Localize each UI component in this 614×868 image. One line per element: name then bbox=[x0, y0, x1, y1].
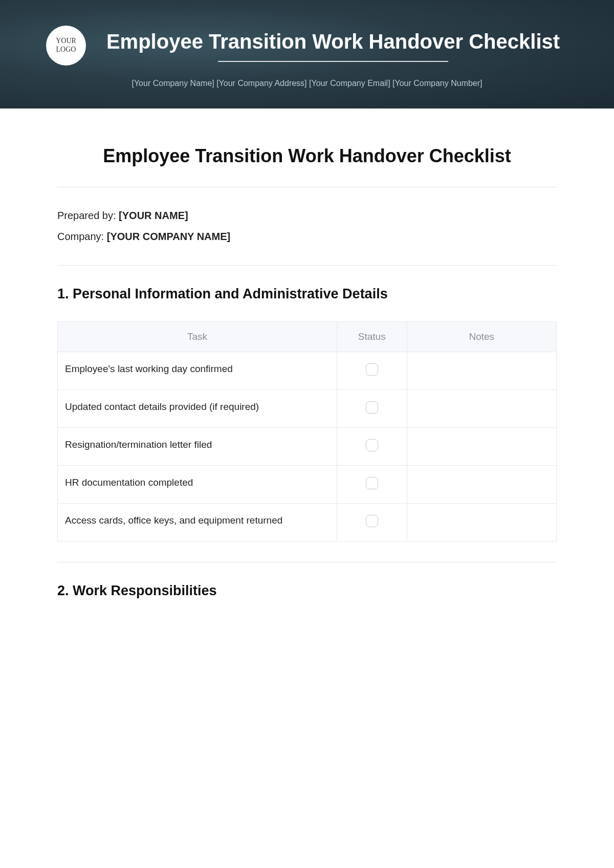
logo-text-line2: LOGO bbox=[56, 46, 76, 54]
notes-cell[interactable] bbox=[407, 427, 557, 465]
prepared-by-label: Prepared by: bbox=[57, 210, 119, 221]
table-row: Employee's last working day confirmed bbox=[58, 352, 557, 389]
status-cell bbox=[337, 352, 407, 389]
notes-cell[interactable] bbox=[407, 503, 557, 541]
company-label: Company: bbox=[57, 231, 107, 242]
table-row: Updated contact details provided (if req… bbox=[58, 389, 557, 427]
task-cell: Employee's last working day confirmed bbox=[58, 352, 337, 389]
meta-block: Prepared by: [YOUR NAME] Company: [YOUR … bbox=[57, 187, 557, 265]
table-row: Access cards, office keys, and equipment… bbox=[58, 503, 557, 541]
task-cell: Updated contact details provided (if req… bbox=[58, 389, 337, 427]
banner-divider bbox=[218, 61, 448, 62]
table-row: Resignation/termination letter filed bbox=[58, 427, 557, 465]
column-header-task: Task bbox=[58, 321, 337, 352]
document-title: Employee Transition Work Handover Checkl… bbox=[57, 144, 557, 168]
banner-top: YOUR LOGO Employee Transition Work Hando… bbox=[46, 26, 568, 66]
checkbox-icon[interactable] bbox=[366, 515, 378, 527]
table-row: HR documentation completed bbox=[58, 465, 557, 503]
logo-text-line1: YOUR bbox=[56, 37, 76, 46]
company-value: [YOUR COMPANY NAME] bbox=[107, 231, 230, 242]
prepared-by-value: [YOUR NAME] bbox=[119, 210, 188, 221]
banner: YOUR LOGO Employee Transition Work Hando… bbox=[0, 0, 614, 108]
column-header-status: Status bbox=[337, 321, 407, 352]
status-cell bbox=[337, 503, 407, 541]
notes-cell[interactable] bbox=[407, 465, 557, 503]
task-cell: Resignation/termination letter filed bbox=[58, 427, 337, 465]
task-cell: HR documentation completed bbox=[58, 465, 337, 503]
section2-heading: 2. Work Responsibilities bbox=[57, 583, 557, 599]
notes-cell[interactable] bbox=[407, 389, 557, 427]
table-header-row: Task Status Notes bbox=[58, 321, 557, 352]
status-cell bbox=[337, 389, 407, 427]
banner-title: Employee Transition Work Handover Checkl… bbox=[98, 29, 568, 54]
task-cell: Access cards, office keys, and equipment… bbox=[58, 503, 337, 541]
prepared-by-line: Prepared by: [YOUR NAME] bbox=[57, 210, 557, 222]
checkbox-icon[interactable] bbox=[366, 363, 378, 376]
page-body: Employee Transition Work Handover Checkl… bbox=[0, 108, 614, 639]
notes-cell[interactable] bbox=[407, 352, 557, 389]
banner-meta: [Your Company Name] [Your Company Addres… bbox=[46, 79, 568, 88]
checkbox-icon[interactable] bbox=[366, 477, 378, 489]
banner-title-wrap: Employee Transition Work Handover Checkl… bbox=[98, 29, 568, 62]
status-cell bbox=[337, 427, 407, 465]
checkbox-icon[interactable] bbox=[366, 401, 378, 414]
checkbox-icon[interactable] bbox=[366, 439, 378, 451]
divider bbox=[57, 562, 557, 562]
section1-heading: 1. Personal Information and Administrati… bbox=[57, 286, 557, 302]
section1-table: Task Status Notes Employee's last workin… bbox=[57, 321, 557, 541]
logo-placeholder: YOUR LOGO bbox=[46, 26, 86, 66]
divider bbox=[57, 265, 557, 266]
status-cell bbox=[337, 465, 407, 503]
column-header-notes: Notes bbox=[407, 321, 557, 352]
company-line: Company: [YOUR COMPANY NAME] bbox=[57, 231, 557, 243]
